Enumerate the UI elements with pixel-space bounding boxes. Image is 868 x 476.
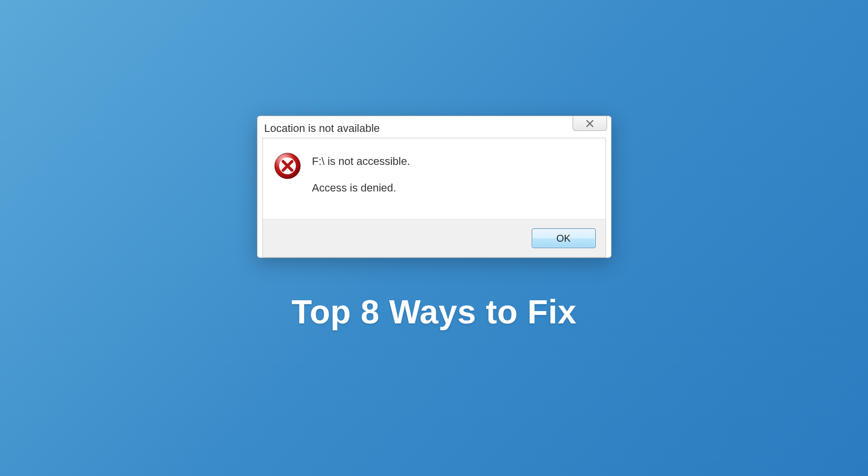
error-icon xyxy=(274,152,301,180)
page-caption: Top 8 Ways to Fix xyxy=(291,292,577,331)
close-button[interactable] xyxy=(573,116,607,131)
button-bar: OK xyxy=(263,219,606,257)
message-section: F:\ is not accessible. Access is denied. xyxy=(263,138,606,219)
error-message-line2: Access is denied. xyxy=(312,182,595,194)
dialog-titlebar: Location is not available xyxy=(257,116,611,138)
message-text: F:\ is not accessible. Access is denied. xyxy=(312,152,595,194)
ok-button[interactable]: OK xyxy=(532,228,596,248)
error-dialog: Location is not available xyxy=(257,116,611,258)
error-message-line1: F:\ is not accessible. xyxy=(312,155,595,168)
dialog-content: F:\ is not accessible. Access is denied.… xyxy=(262,138,606,257)
close-icon xyxy=(584,120,596,127)
dialog-title: Location is not available xyxy=(264,120,380,135)
